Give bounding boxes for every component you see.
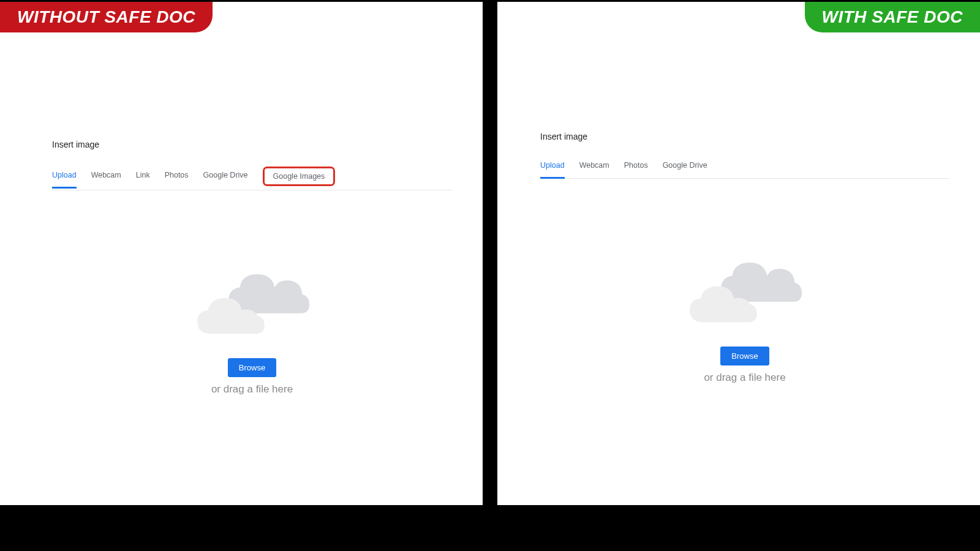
dialog-title: Insert image — [540, 132, 949, 141]
badge-with-safedoc: WITH SAFE DOC — [805, 2, 981, 32]
dialog-title: Insert image — [52, 140, 452, 149]
tab-photos[interactable]: Photos — [624, 161, 648, 178]
tab-google-drive[interactable]: Google Drive — [203, 171, 248, 188]
badge-label: WITH SAFE DOC — [822, 7, 963, 27]
tabs-row: Upload Webcam Photos Google Drive — [540, 161, 949, 179]
insert-image-dialog: Insert image Upload Webcam Photos Google… — [540, 132, 949, 384]
browse-button[interactable]: Browse — [720, 347, 769, 365]
badge-without-safedoc: WITHOUT SAFE DOC — [0, 2, 213, 32]
tab-upload[interactable]: Upload — [540, 161, 565, 178]
badge-label: WITHOUT SAFE DOC — [17, 7, 195, 27]
tab-webcam[interactable]: Webcam — [91, 171, 121, 188]
tabs-row: Upload Webcam Link Photos Google Drive G… — [52, 169, 452, 190]
drag-file-text: or drag a file here — [211, 383, 293, 395]
panel-with-safedoc: WITH SAFE DOC Insert image Upload Webcam… — [497, 2, 980, 505]
drag-file-text: or drag a file here — [704, 372, 785, 384]
tab-google-images[interactable]: Google Images — [263, 167, 336, 186]
tab-google-drive[interactable]: Google Drive — [663, 161, 707, 178]
cloud-upload-icon — [684, 258, 806, 326]
insert-image-dialog: Insert image Upload Webcam Link Photos G… — [52, 140, 452, 395]
browse-button[interactable]: Browse — [228, 358, 276, 377]
tab-photos[interactable]: Photos — [165, 171, 189, 188]
panel-without-safedoc: WITHOUT SAFE DOC Insert image Upload Web… — [0, 2, 483, 505]
tab-upload[interactable]: Upload — [52, 171, 77, 188]
tab-link[interactable]: Link — [136, 171, 150, 188]
tab-webcam[interactable]: Webcam — [579, 161, 609, 178]
comparison-container: WITHOUT SAFE DOC Insert image Upload Web… — [0, 0, 980, 551]
upload-area[interactable]: Browse or drag a file here — [52, 270, 452, 395]
cloud-upload-icon — [191, 270, 314, 337]
upload-area[interactable]: Browse or drag a file here — [540, 258, 949, 384]
